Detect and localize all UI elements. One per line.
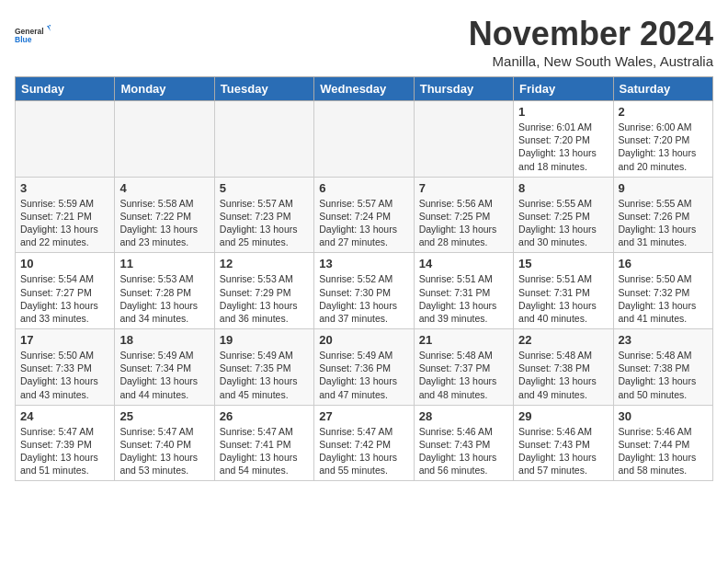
day-info: Sunrise: 5:47 AM Sunset: 7:40 PM Dayligh… [119, 425, 209, 477]
day-info: Sunrise: 5:59 AM Sunset: 7:21 PM Dayligh… [20, 197, 109, 249]
calendar-cell: 7Sunrise: 5:56 AM Sunset: 7:25 PM Daylig… [414, 177, 513, 253]
day-number: 17 [20, 333, 109, 347]
calendar-cell [414, 101, 513, 178]
day-number: 6 [319, 181, 408, 195]
calendar-cell: 18Sunrise: 5:49 AM Sunset: 7:34 PM Dayli… [115, 329, 214, 406]
day-number: 2 [619, 105, 708, 119]
location-title: Manilla, New South Wales, Australia [469, 53, 713, 69]
day-info: Sunrise: 5:51 AM Sunset: 7:31 PM Dayligh… [419, 272, 508, 325]
calendar-cell [115, 101, 214, 178]
day-info: Sunrise: 5:50 AM Sunset: 7:32 PM Dayligh… [619, 272, 708, 325]
day-info: Sunrise: 5:46 AM Sunset: 7:44 PM Dayligh… [619, 425, 708, 477]
calendar-week-3: 10Sunrise: 5:54 AM Sunset: 7:27 PM Dayli… [16, 253, 713, 329]
day-number: 24 [20, 409, 109, 423]
calendar-cell: 29Sunrise: 5:46 AM Sunset: 7:43 PM Dayli… [514, 405, 613, 481]
day-info: Sunrise: 5:50 AM Sunset: 7:33 PM Dayligh… [20, 349, 109, 401]
calendar-cell: 12Sunrise: 5:53 AM Sunset: 7:29 PM Dayli… [214, 253, 313, 329]
calendar-cell: 22Sunrise: 5:48 AM Sunset: 7:38 PM Dayli… [514, 329, 613, 406]
day-info: Sunrise: 5:56 AM Sunset: 7:25 PM Dayligh… [419, 197, 508, 249]
day-info: Sunrise: 5:48 AM Sunset: 7:38 PM Dayligh… [518, 349, 608, 401]
day-number: 21 [419, 333, 508, 347]
calendar-cell: 14Sunrise: 5:51 AM Sunset: 7:31 PM Dayli… [414, 253, 513, 329]
title-area: November 2024 Manilla, New South Wales, … [469, 15, 713, 69]
calendar-cell: 13Sunrise: 5:52 AM Sunset: 7:30 PM Dayli… [314, 253, 414, 329]
day-info: Sunrise: 5:57 AM Sunset: 7:23 PM Dayligh… [220, 197, 309, 249]
day-number: 9 [619, 181, 708, 195]
calendar-table: Sunday Monday Tuesday Wednesday Thursday… [15, 76, 713, 481]
day-info: Sunrise: 5:58 AM Sunset: 7:22 PM Dayligh… [119, 197, 209, 249]
day-info: Sunrise: 5:46 AM Sunset: 7:43 PM Dayligh… [518, 425, 608, 477]
calendar-cell: 30Sunrise: 5:46 AM Sunset: 7:44 PM Dayli… [613, 405, 712, 481]
calendar-cell: 9Sunrise: 5:55 AM Sunset: 7:26 PM Daylig… [613, 177, 712, 253]
day-number: 29 [518, 409, 608, 423]
day-info: Sunrise: 5:48 AM Sunset: 7:37 PM Dayligh… [419, 349, 508, 401]
calendar-cell: 4Sunrise: 5:58 AM Sunset: 7:22 PM Daylig… [115, 177, 214, 253]
day-info: Sunrise: 6:01 AM Sunset: 7:20 PM Dayligh… [518, 121, 608, 173]
day-number: 23 [619, 333, 708, 347]
day-info: Sunrise: 5:47 AM Sunset: 7:39 PM Dayligh… [20, 425, 109, 477]
day-info: Sunrise: 5:54 AM Sunset: 7:27 PM Dayligh… [20, 272, 109, 325]
calendar-cell: 26Sunrise: 5:47 AM Sunset: 7:41 PM Dayli… [214, 405, 313, 481]
day-number: 19 [220, 333, 309, 347]
calendar-cell [16, 101, 115, 178]
logo: General Blue [15, 15, 51, 55]
calendar-week-5: 24Sunrise: 5:47 AM Sunset: 7:39 PM Dayli… [16, 405, 713, 481]
calendar-cell: 8Sunrise: 5:55 AM Sunset: 7:25 PM Daylig… [514, 177, 613, 253]
day-number: 26 [220, 409, 309, 423]
calendar-cell: 16Sunrise: 5:50 AM Sunset: 7:32 PM Dayli… [613, 253, 712, 329]
day-info: Sunrise: 5:57 AM Sunset: 7:24 PM Dayligh… [319, 197, 408, 249]
day-info: Sunrise: 6:00 AM Sunset: 7:20 PM Dayligh… [619, 121, 708, 173]
day-info: Sunrise: 5:49 AM Sunset: 7:36 PM Dayligh… [319, 349, 408, 401]
logo-svg: General Blue [15, 15, 51, 55]
day-number: 10 [20, 257, 109, 270]
day-number: 30 [619, 409, 708, 423]
calendar-week-4: 17Sunrise: 5:50 AM Sunset: 7:33 PM Dayli… [16, 329, 713, 406]
col-wednesday: Wednesday [314, 77, 414, 101]
day-number: 1 [518, 105, 608, 119]
day-number: 13 [319, 257, 408, 270]
day-info: Sunrise: 5:55 AM Sunset: 7:25 PM Dayligh… [518, 197, 608, 249]
day-number: 4 [119, 181, 209, 195]
calendar-cell: 27Sunrise: 5:47 AM Sunset: 7:42 PM Dayli… [314, 405, 414, 481]
svg-text:Blue: Blue [15, 35, 32, 44]
calendar-week-2: 3Sunrise: 5:59 AM Sunset: 7:21 PM Daylig… [16, 177, 713, 253]
calendar-cell: 11Sunrise: 5:53 AM Sunset: 7:28 PM Dayli… [115, 253, 214, 329]
day-info: Sunrise: 5:51 AM Sunset: 7:31 PM Dayligh… [518, 272, 608, 325]
svg-marker-3 [49, 25, 51, 27]
calendar-cell: 24Sunrise: 5:47 AM Sunset: 7:39 PM Dayli… [16, 405, 115, 481]
day-number: 27 [319, 409, 408, 423]
calendar-cell: 17Sunrise: 5:50 AM Sunset: 7:33 PM Dayli… [16, 329, 115, 406]
day-number: 28 [419, 409, 508, 423]
day-info: Sunrise: 5:53 AM Sunset: 7:28 PM Dayligh… [119, 272, 209, 325]
calendar-cell: 2Sunrise: 6:00 AM Sunset: 7:20 PM Daylig… [613, 101, 712, 178]
day-number: 8 [518, 181, 608, 195]
day-info: Sunrise: 5:53 AM Sunset: 7:29 PM Dayligh… [220, 272, 309, 325]
day-info: Sunrise: 5:46 AM Sunset: 7:43 PM Dayligh… [419, 425, 508, 477]
day-info: Sunrise: 5:49 AM Sunset: 7:35 PM Dayligh… [220, 349, 309, 401]
day-number: 22 [518, 333, 608, 347]
day-number: 16 [619, 257, 708, 270]
day-number: 3 [20, 181, 109, 195]
calendar-cell [314, 101, 414, 178]
col-tuesday: Tuesday [214, 77, 313, 101]
calendar-cell: 19Sunrise: 5:49 AM Sunset: 7:35 PM Dayli… [214, 329, 313, 406]
page-header: General Blue November 2024 Manilla, New … [15, 15, 713, 69]
calendar-cell: 15Sunrise: 5:51 AM Sunset: 7:31 PM Dayli… [514, 253, 613, 329]
day-number: 18 [119, 333, 209, 347]
calendar-cell [214, 101, 313, 178]
calendar-cell: 6Sunrise: 5:57 AM Sunset: 7:24 PM Daylig… [314, 177, 414, 253]
calendar-cell: 5Sunrise: 5:57 AM Sunset: 7:23 PM Daylig… [214, 177, 313, 253]
day-number: 25 [119, 409, 209, 423]
calendar-cell: 23Sunrise: 5:48 AM Sunset: 7:38 PM Dayli… [613, 329, 712, 406]
svg-text:General: General [15, 27, 44, 36]
day-info: Sunrise: 5:48 AM Sunset: 7:38 PM Dayligh… [619, 349, 708, 401]
day-info: Sunrise: 5:49 AM Sunset: 7:34 PM Dayligh… [119, 349, 209, 401]
day-info: Sunrise: 5:55 AM Sunset: 7:26 PM Dayligh… [619, 197, 708, 249]
month-title: November 2024 [469, 15, 713, 53]
calendar-cell: 21Sunrise: 5:48 AM Sunset: 7:37 PM Dayli… [414, 329, 513, 406]
col-monday: Monday [115, 77, 214, 101]
day-info: Sunrise: 5:47 AM Sunset: 7:42 PM Dayligh… [319, 425, 408, 477]
day-number: 20 [319, 333, 408, 347]
calendar-cell: 25Sunrise: 5:47 AM Sunset: 7:40 PM Dayli… [115, 405, 214, 481]
day-info: Sunrise: 5:52 AM Sunset: 7:30 PM Dayligh… [319, 272, 408, 325]
